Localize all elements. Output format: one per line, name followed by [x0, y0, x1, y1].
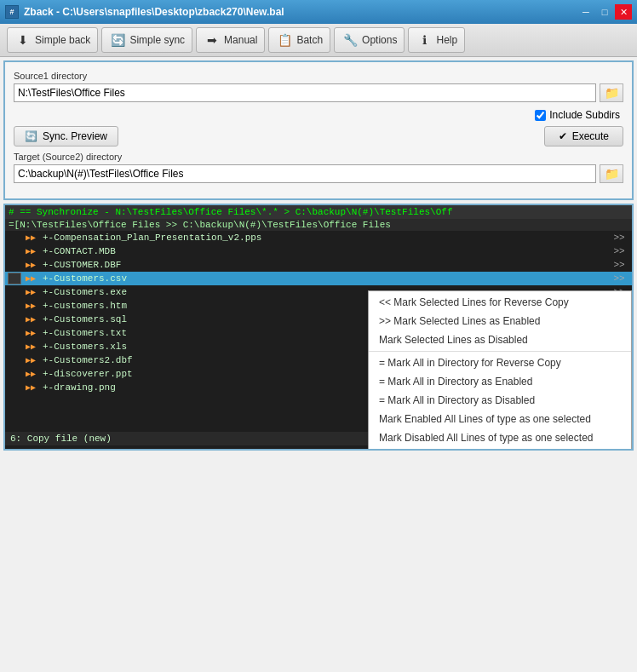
- file-row-direction: >>: [606, 246, 632, 256]
- action-row: 🔄 Sync. Preview ✔ Execute: [14, 126, 623, 146]
- include-subdirs-label: Include Subdirs: [549, 109, 620, 121]
- title-bar: # Zback - C:\Users\snapfiles\Desktop\zba…: [0, 0, 637, 24]
- help-label: Help: [436, 34, 457, 46]
- file-checkbox: [8, 313, 21, 325]
- context-menu: << Mark Selected Lines for Reverse Copy>…: [368, 290, 632, 451]
- manual-icon: ➡: [204, 32, 221, 49]
- simple-sync-button[interactable]: 🔄 Simple sync: [101, 27, 192, 53]
- menu-separator: [369, 449, 631, 450]
- options-icon: 🔧: [341, 32, 359, 49]
- help-icon: ℹ: [416, 32, 433, 49]
- file-row-arrow: ▶▶: [24, 301, 43, 311]
- file-row-name: +-CONTACT.MDB: [43, 246, 606, 256]
- file-row-arrow: ▶▶: [24, 260, 43, 270]
- file-row-arrow: ▶▶: [24, 273, 43, 284]
- manual-label: Manual: [224, 34, 257, 46]
- target-label: Target (Source2) directory: [14, 152, 623, 162]
- source-browse-button[interactable]: 📁: [600, 83, 623, 102]
- toolbar: ⬇ Simple back 🔄 Simple sync ➡ Manual 📋 B…: [0, 24, 637, 57]
- execute-label: Execute: [572, 130, 609, 142]
- file-row[interactable]: ▶▶+-Compensation_Plan_Presentation_v2.pp…: [5, 231, 632, 244]
- simple-back-label: Simple back: [35, 34, 90, 46]
- file-list-header: # == Synchronize - N:\TestFiles\Office F…: [5, 205, 632, 219]
- minimize-button[interactable]: ─: [577, 4, 594, 20]
- file-checkbox: [8, 245, 21, 257]
- menu-item-mark-enabled-type[interactable]: Mark Enabled All Lines of type as one se…: [369, 410, 631, 428]
- status-text: 6: Copy file (new): [10, 434, 112, 444]
- file-row-arrow: ▶▶: [24, 287, 43, 297]
- file-row-arrow: ▶▶: [24, 328, 43, 338]
- file-checkbox: [8, 273, 21, 284]
- file-checkbox: [8, 382, 21, 393]
- menu-item-mark-enabled[interactable]: >> Mark Selected Lines as Enabled: [369, 312, 631, 330]
- file-list-container: # == Synchronize - N:\TestFiles\Office F…: [3, 204, 634, 451]
- file-row-name: +-Customers.csv: [43, 273, 606, 284]
- file-row[interactable]: ▶▶+-CONTACT.MDB>>: [5, 244, 632, 258]
- execute-icon: ✔: [559, 130, 567, 142]
- file-row-arrow: ▶▶: [24, 342, 43, 352]
- file-row-name: +-CUSTOMER.DBF: [43, 260, 606, 270]
- simple-back-button[interactable]: ⬇ Simple back: [7, 27, 98, 53]
- maximize-button[interactable]: □: [596, 4, 613, 20]
- file-row-direction: >>: [606, 233, 632, 243]
- file-row-arrow: ▶▶: [24, 233, 43, 243]
- file-row-arrow: ▶▶: [24, 314, 43, 325]
- menu-separator: [369, 351, 631, 352]
- menu-item-mark-reverse[interactable]: << Mark Selected Lines for Reverse Copy: [369, 293, 631, 312]
- menu-item-mark-all-disabled[interactable]: = Mark All in Directory as Disabled: [369, 391, 631, 410]
- file-checkbox: [8, 368, 21, 380]
- menu-item-mark-all-enabled[interactable]: = Mark All in Directory as Enabled: [369, 372, 631, 391]
- sync-preview-button[interactable]: 🔄 Sync. Preview: [14, 126, 118, 146]
- file-row-arrow: ▶▶: [24, 382, 43, 393]
- simple-back-icon: ⬇: [14, 32, 32, 49]
- menu-item-mark-all-reverse[interactable]: = Mark All in Directory for Reverse Copy: [369, 353, 631, 372]
- close-button[interactable]: ✕: [615, 4, 632, 20]
- target-input[interactable]: [14, 164, 596, 183]
- file-checkbox: [8, 259, 21, 271]
- options-button[interactable]: 🔧 Options: [334, 27, 405, 53]
- menu-item-mark-disabled-type[interactable]: Mark Disabled All Lines of type as one s…: [369, 428, 631, 447]
- execute-button[interactable]: ✔ Execute: [544, 126, 623, 146]
- sync-preview-label: Sync. Preview: [43, 130, 107, 142]
- form-panel: Source1 directory 📁 Include Subdirs 🔄 Sy…: [3, 60, 634, 200]
- file-row[interactable]: ▶▶+-Customers.csv>>: [5, 272, 632, 285]
- target-browse-button[interactable]: 📁: [600, 164, 623, 183]
- simple-sync-label: Simple sync: [129, 34, 185, 46]
- help-button[interactable]: ℹ Help: [408, 27, 465, 53]
- file-row-arrow: ▶▶: [24, 246, 43, 256]
- options-label: Options: [362, 34, 397, 46]
- app-icon: #: [5, 5, 19, 19]
- source-label: Source1 directory: [14, 71, 623, 81]
- source-input[interactable]: [14, 83, 596, 102]
- file-row-arrow: ▶▶: [24, 355, 43, 365]
- sync-preview-icon: 🔄: [25, 130, 37, 142]
- window-title: Zback - C:\Users\snapfiles\Desktop\zback…: [24, 6, 284, 18]
- batch-label: Batch: [296, 34, 323, 46]
- source-group: Source1 directory 📁: [14, 71, 623, 102]
- file-checkbox: [8, 341, 21, 353]
- file-row-arrow: ▶▶: [24, 369, 43, 379]
- file-checkbox: [8, 286, 21, 298]
- file-checkbox: [8, 327, 21, 339]
- include-subdirs-row: Include Subdirs: [14, 109, 623, 121]
- file-row-name: +-Compensation_Plan_Presentation_v2.pps: [43, 233, 606, 243]
- file-checkbox: [8, 300, 21, 312]
- file-checkbox: [8, 354, 21, 366]
- batch-button[interactable]: 📋 Batch: [268, 27, 330, 53]
- file-row-direction: >>: [606, 260, 632, 270]
- manual-button[interactable]: ➡ Manual: [196, 27, 265, 53]
- file-checkbox: [8, 232, 21, 244]
- simple-sync-icon: 🔄: [109, 32, 126, 49]
- file-row-direction: >>: [606, 273, 632, 284]
- include-subdirs-checkbox[interactable]: [535, 110, 546, 121]
- file-row[interactable]: ▶▶+-CUSTOMER.DBF>>: [5, 258, 632, 272]
- batch-icon: 📋: [276, 32, 293, 49]
- file-list-subheader: =[N:\TestFiles\Office Files >> C:\backup…: [5, 219, 632, 231]
- menu-item-mark-disabled[interactable]: Mark Selected Lines as Disabled: [369, 330, 631, 349]
- target-group: Target (Source2) directory 📁: [14, 152, 623, 183]
